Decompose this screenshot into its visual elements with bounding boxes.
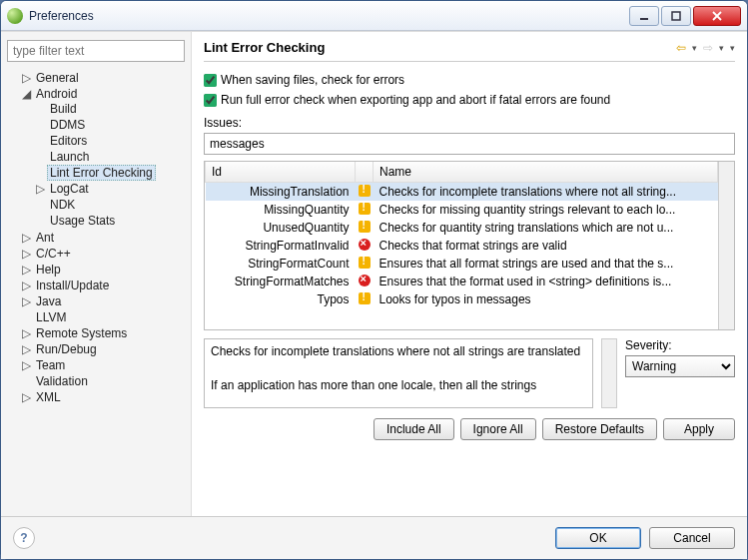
- tree-item[interactable]: ▷XML: [21, 389, 185, 405]
- window-title: Preferences: [29, 9, 629, 23]
- collapse-icon[interactable]: ◢: [21, 87, 31, 101]
- table-row[interactable]: StringFormatMatchesEnsures that the form…: [206, 273, 718, 290]
- issue-name: Ensures that all format strings are used…: [374, 255, 718, 273]
- issue-severity-icon: [356, 201, 374, 219]
- expand-icon[interactable]: ▷: [21, 342, 31, 356]
- tree-item[interactable]: Launch: [35, 149, 185, 165]
- check-on-export-checkbox[interactable]: [204, 94, 217, 107]
- svg-rect-1: [672, 12, 680, 20]
- view-menu-icon[interactable]: ▾: [730, 43, 735, 53]
- tree-item[interactable]: ▷Remote Systems: [21, 325, 185, 341]
- preferences-tree[interactable]: ▷General◢AndroidBuildDDMSEditorsLaunchLi…: [7, 70, 185, 405]
- page-title: Lint Error Checking: [204, 40, 676, 55]
- issue-severity-icon: [356, 219, 374, 237]
- tree-item[interactable]: ◢AndroidBuildDDMSEditorsLaunchLint Error…: [21, 86, 185, 230]
- minimize-button[interactable]: [629, 6, 659, 26]
- table-row[interactable]: MissingTranslationChecks for incomplete …: [206, 183, 718, 202]
- issues-scrollbar[interactable]: [718, 162, 734, 329]
- tree-item-label: Ant: [33, 230, 57, 246]
- issue-id: UnusedQuantity: [206, 219, 356, 237]
- column-id-header[interactable]: Id: [206, 162, 356, 183]
- issue-severity-icon: [356, 183, 374, 202]
- back-icon[interactable]: ⇦: [676, 41, 686, 55]
- table-row[interactable]: MissingQuantityChecks for missing quanti…: [206, 201, 718, 219]
- tree-item[interactable]: ▷General: [21, 70, 185, 86]
- expand-icon[interactable]: ▷: [21, 390, 31, 404]
- tree-item[interactable]: ▷Team: [21, 357, 185, 373]
- table-row[interactable]: TyposLooks for typos in messages: [206, 290, 718, 308]
- tree-item[interactable]: ▷LogCat: [35, 181, 185, 197]
- issue-name: Checks for missing quantity strings rele…: [374, 201, 718, 219]
- issue-name: Ensures that the format used in <string>…: [374, 273, 718, 290]
- warning-icon: [359, 257, 371, 269]
- issues-filter-input[interactable]: [204, 133, 735, 155]
- column-severity-header[interactable]: [356, 162, 374, 183]
- tree-item[interactable]: ▷Run/Debug: [21, 341, 185, 357]
- tree-item[interactable]: ▷Help: [21, 262, 185, 278]
- maximize-button[interactable]: [661, 6, 691, 26]
- expand-icon[interactable]: ▷: [21, 358, 31, 372]
- forward-icon: ⇨: [703, 41, 713, 55]
- tree-item[interactable]: Validation: [21, 373, 185, 389]
- table-row[interactable]: StringFormatCountEnsures that all format…: [206, 255, 718, 273]
- tree-item[interactable]: LLVM: [21, 309, 185, 325]
- tree-item-label: Run/Debug: [33, 341, 100, 357]
- issue-id: Typos: [206, 290, 356, 308]
- issue-name: Looks for typos in messages: [374, 290, 718, 308]
- warning-icon: [359, 185, 371, 197]
- apply-button[interactable]: Apply: [663, 418, 735, 440]
- severity-label: Severity:: [625, 338, 735, 352]
- issue-severity-icon: [356, 255, 374, 273]
- forward-menu-icon[interactable]: ▾: [719, 43, 724, 53]
- close-button[interactable]: [693, 6, 741, 26]
- column-name-header[interactable]: Name: [374, 162, 718, 183]
- ok-button[interactable]: OK: [555, 527, 641, 549]
- tree-item[interactable]: DDMS: [35, 117, 185, 133]
- tree-item[interactable]: ▷Install/Update: [21, 278, 185, 293]
- tree-item[interactable]: Lint Error Checking: [35, 165, 185, 181]
- table-row[interactable]: StringFormatInvalidChecks that format st…: [206, 237, 718, 255]
- tree-item[interactable]: ▷Java: [21, 293, 185, 309]
- severity-select[interactable]: Warning: [625, 355, 735, 377]
- tree-item[interactable]: ▷Ant: [21, 230, 185, 246]
- restore-defaults-button[interactable]: Restore Defaults: [542, 418, 657, 440]
- tree-item-label: C/C++: [33, 246, 74, 262]
- tree-item[interactable]: Build: [35, 101, 185, 117]
- tree-item[interactable]: ▷C/C++: [21, 246, 185, 262]
- expand-icon[interactable]: ▷: [35, 182, 45, 196]
- preferences-window: Preferences ▷General◢AndroidBuildDDMSEdi…: [0, 0, 748, 560]
- tree-item-label: Remote Systems: [33, 325, 130, 341]
- tree-item-label: Install/Update: [33, 278, 112, 293]
- tree-item-label: LLVM: [33, 309, 69, 325]
- ignore-all-button[interactable]: Ignore All: [460, 418, 536, 440]
- include-all-button[interactable]: Include All: [374, 418, 454, 440]
- help-icon[interactable]: ?: [13, 527, 35, 549]
- expand-icon[interactable]: ▷: [21, 326, 31, 340]
- check-on-save-label: When saving files, check for errors: [221, 73, 404, 87]
- cancel-button[interactable]: Cancel: [649, 527, 735, 549]
- expand-icon[interactable]: ▷: [21, 71, 31, 85]
- tree-filter-input[interactable]: [7, 40, 185, 62]
- tree-item-label: Launch: [47, 149, 92, 165]
- expand-icon[interactable]: ▷: [21, 231, 31, 245]
- tree-item[interactable]: NDK: [35, 197, 185, 213]
- back-menu-icon[interactable]: ▾: [692, 43, 697, 53]
- table-row[interactable]: UnusedQuantityChecks for quantity string…: [206, 219, 718, 237]
- issue-severity-icon: [356, 273, 374, 290]
- check-on-export-label: Run full error check when exporting app …: [221, 93, 610, 107]
- warning-icon: [359, 203, 371, 215]
- expand-icon[interactable]: ▷: [21, 247, 31, 261]
- issue-id: MissingQuantity: [206, 201, 356, 219]
- expand-icon[interactable]: ▷: [21, 263, 31, 277]
- error-icon: [359, 239, 371, 251]
- check-on-save-checkbox[interactable]: [204, 74, 217, 87]
- expand-icon[interactable]: ▷: [21, 279, 31, 292]
- tree-item-label: Lint Error Checking: [47, 165, 156, 181]
- tree-item[interactable]: Usage Stats: [35, 213, 185, 229]
- detail-scrollbar[interactable]: [601, 338, 617, 408]
- issue-severity-icon: [356, 237, 374, 255]
- error-icon: [359, 275, 371, 286]
- tree-item[interactable]: Editors: [35, 133, 185, 149]
- expand-icon[interactable]: ▷: [21, 294, 31, 308]
- issue-name: Checks that format strings are valid: [374, 237, 718, 255]
